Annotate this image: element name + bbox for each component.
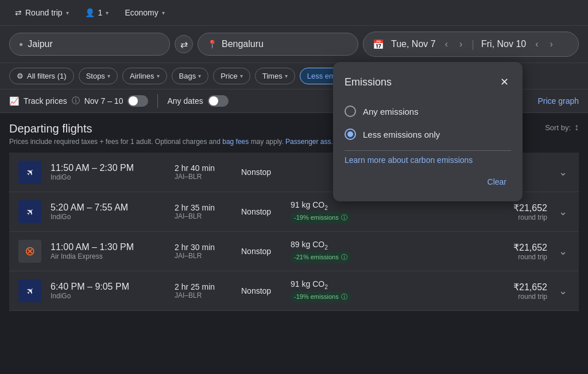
less-emissions-radio[interactable] [345,128,356,140]
any-emissions-option[interactable]: Any emissions [345,100,511,123]
popup-footer: Clear [345,174,511,190]
any-emissions-label: Any emissions [363,107,419,116]
popup-header: Emissions ✕ [345,73,511,91]
popup-title: Emissions [345,76,392,88]
any-emissions-radio[interactable] [345,106,356,117]
less-emissions-option[interactable]: Less emissions only [345,123,511,146]
popup-divider [345,150,511,151]
clear-button[interactable]: Clear [483,174,511,190]
less-emissions-label: Less emissions only [363,130,440,139]
popup-close-button[interactable]: ✕ [498,73,511,91]
emissions-popup: Emissions ✕ Any emissions Less emissions… [333,62,523,201]
carbon-learn-more-link[interactable]: Learn more about carbon emissions [345,155,473,165]
